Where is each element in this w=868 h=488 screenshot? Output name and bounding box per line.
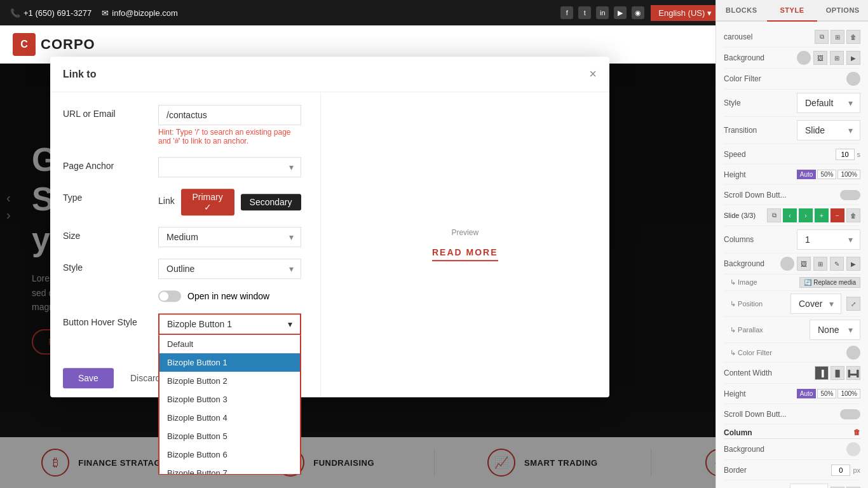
dropdown-item-default[interactable]: Default <box>159 335 300 353</box>
background2-grid-icon[interactable]: ⊞ <box>813 257 827 271</box>
open-new-window-toggle[interactable] <box>158 290 181 302</box>
type-secondary-btn[interactable]: Secondary <box>241 194 301 210</box>
style-field-select[interactable]: Outline <box>158 259 301 279</box>
tab-style[interactable]: STYLE <box>767 0 818 22</box>
height-100-btn[interactable]: 100% <box>837 170 860 179</box>
height-label: Height <box>724 170 746 179</box>
speed-value[interactable]: 10 <box>836 149 855 160</box>
column-shadow-select-wrap[interactable]: None <box>790 484 828 488</box>
preview-read-more: READ MORE <box>432 247 498 261</box>
background2-edit-icon[interactable]: ✎ <box>830 257 844 271</box>
hover-style-dropdown[interactable]: Bizople Button 1 ▾ Default Bizople Butto… <box>158 313 301 335</box>
scroll-down-toggle[interactable] <box>840 190 860 200</box>
height2-auto-btn[interactable]: Auto <box>797 389 817 398</box>
slide-next-icon[interactable]: › <box>799 208 813 222</box>
facebook-icon[interactable]: f <box>560 6 573 19</box>
speed-label: Speed <box>724 150 746 159</box>
modal-close-button[interactable]: × <box>589 67 597 81</box>
column-bg-label: Background <box>724 445 764 454</box>
slide-remove-icon[interactable]: − <box>831 208 844 222</box>
position-select[interactable]: Cover <box>790 294 841 314</box>
height2-100-btn[interactable]: 100% <box>837 389 860 398</box>
replace-media-button[interactable]: 🔄 Replace media <box>799 277 860 288</box>
columns-select[interactable]: 1 <box>797 229 860 250</box>
language-button[interactable]: English (US) ▾ <box>651 5 719 21</box>
background2-label: Background <box>724 259 764 268</box>
modal-form: URL or Email Hint: Type '/' to search an… <box>50 92 320 397</box>
size-select[interactable]: Medium <box>158 227 301 247</box>
instagram-icon[interactable]: ◉ <box>632 6 644 19</box>
columns-label: Columns <box>724 235 754 244</box>
background2-video-icon[interactable]: ▶ <box>846 257 860 271</box>
replace-media-icon: 🔄 <box>804 279 811 286</box>
position-select-wrap[interactable]: Cover <box>790 294 841 314</box>
content-width-row: Content Width ▐ ▐▌ ▐▬▌ <box>724 363 860 384</box>
youtube-icon[interactable]: ▶ <box>614 6 627 19</box>
background2-circle[interactable] <box>780 257 794 271</box>
linkedin-icon[interactable]: in <box>596 6 609 19</box>
url-hint: Hint: Type '/' to search an existing pag… <box>158 128 301 146</box>
color-filter2-circle[interactable] <box>846 346 860 360</box>
dropdown-item-4[interactable]: Bizople Button 4 <box>159 409 300 427</box>
twitter-icon[interactable]: t <box>578 6 591 19</box>
type-primary-btn[interactable]: Primary ✓ <box>181 189 234 215</box>
height-50-btn[interactable]: 50% <box>817 170 836 179</box>
height2-row: Height Auto 50% 100% <box>724 384 860 404</box>
open-new-window-label <box>63 290 146 294</box>
carousel-copy-icon[interactable]: ⧉ <box>815 30 829 44</box>
height2-pct-buttons: Auto 50% 100% <box>797 389 860 398</box>
width-narrow-icon[interactable]: ▐ <box>815 366 829 380</box>
column-shadow-select[interactable]: None <box>790 484 828 488</box>
preview-label: Preview <box>451 228 478 237</box>
modal-title: Link to <box>63 69 96 80</box>
slide-trash-icon[interactable]: 🗑 <box>846 208 860 222</box>
background2-image-icon[interactable]: 🖼 <box>797 257 811 271</box>
transition-select-wrap[interactable]: Slide <box>797 120 860 140</box>
height-auto-btn[interactable]: Auto <box>797 170 817 179</box>
page-anchor-select-wrap[interactable] <box>158 157 301 177</box>
style-select[interactable]: Default <box>797 93 860 113</box>
column-bg-circle[interactable] <box>846 442 860 456</box>
carousel-grid-icon[interactable]: ⊞ <box>831 30 844 44</box>
background-grid-icon[interactable]: ⊞ <box>830 51 844 65</box>
style-select-wrap[interactable]: Default <box>797 93 860 113</box>
tab-options[interactable]: OPTIONS <box>817 0 868 22</box>
size-select-wrap[interactable]: Medium <box>158 227 301 247</box>
scroll-down2-toggle[interactable] <box>840 409 860 419</box>
logo[interactable]: C CORPO <box>13 33 95 56</box>
style-field-select-wrap[interactable]: Outline <box>158 259 301 279</box>
hover-style-selected[interactable]: Bizople Button 1 ▾ <box>158 313 301 335</box>
dropdown-item-7[interactable]: Bizople Button 7 <box>159 464 300 475</box>
url-input[interactable] <box>158 105 301 125</box>
transition-select[interactable]: Slide <box>797 120 860 140</box>
dropdown-item-6[interactable]: Bizople Button 6 <box>159 445 300 464</box>
slide-add-icon[interactable]: + <box>815 208 829 222</box>
dropdown-item-3[interactable]: Bizople Button 3 <box>159 390 300 409</box>
dropdown-item-1[interactable]: Bizople Button 1 <box>159 353 300 372</box>
slide-prev-icon[interactable]: ‹ <box>783 208 797 222</box>
background-video-icon[interactable]: ▶ <box>846 51 860 65</box>
column-border-value[interactable]: 0 <box>831 464 850 476</box>
position-expand-icon[interactable]: ⤢ <box>846 297 860 311</box>
dropdown-item-5[interactable]: Bizople Button 5 <box>159 427 300 445</box>
parallax-select[interactable]: None <box>810 320 860 340</box>
slide-copy-icon[interactable]: ⧉ <box>767 208 781 222</box>
tab-blocks[interactable]: BLOCKS <box>716 0 767 22</box>
color-filter-circle[interactable] <box>846 72 860 86</box>
column-trash-icon[interactable]: 🗑 <box>853 428 860 436</box>
carousel-row: carousel ⧉ ⊞ 🗑 <box>724 27 860 48</box>
background-color-circle[interactable] <box>797 51 811 65</box>
dropdown-item-2[interactable]: Bizople Button 2 <box>159 372 300 390</box>
lang-chevron-icon: ▾ <box>707 8 712 18</box>
height2-50-btn[interactable]: 50% <box>817 389 836 398</box>
type-link-btn[interactable]: Link <box>158 196 175 208</box>
background-image-icon[interactable]: 🖼 <box>813 51 827 65</box>
width-wide-icon[interactable]: ▐▬▌ <box>846 366 860 380</box>
modal-save-button[interactable]: Save <box>63 368 114 388</box>
carousel-trash-icon[interactable]: 🗑 <box>846 30 860 44</box>
height-row: Height Auto 50% 100% <box>724 165 860 185</box>
width-medium-icon[interactable]: ▐▌ <box>831 366 844 380</box>
parallax-select-wrap[interactable]: None <box>810 320 860 340</box>
columns-select-wrap[interactable]: 1 <box>797 229 860 250</box>
page-anchor-select[interactable] <box>158 157 301 177</box>
